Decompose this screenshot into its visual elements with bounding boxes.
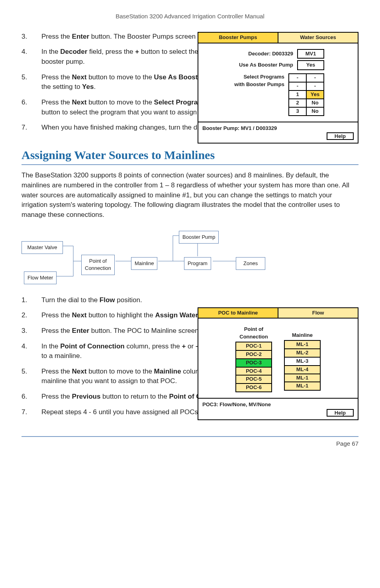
tab-water-sources: Water Sources bbox=[278, 33, 358, 43]
diagram-program: Program bbox=[184, 257, 211, 270]
help-button: Help bbox=[327, 132, 354, 140]
diagram-master-valve: Master Valve bbox=[22, 241, 63, 254]
poc-col1-title: Point ofConnection bbox=[235, 326, 272, 341]
topology-diagram: Master Valve Flow Meter Point ofConnecti… bbox=[22, 227, 358, 287]
section-divider bbox=[22, 164, 358, 165]
decoder-label: Decoder: D003329 bbox=[204, 50, 297, 58]
tab-poc-mainline: POC to Mainline bbox=[198, 308, 278, 318]
booster-pumps-screenshot: Booster Pumps Water Sources Decoder: D00… bbox=[198, 32, 358, 144]
tab-flow: Flow bbox=[278, 308, 358, 318]
use-as-booster-value: Yes bbox=[297, 60, 324, 70]
section-title: Assigning Water Sources to Mainlines bbox=[22, 146, 358, 164]
tab-booster-pumps: Booster Pumps bbox=[198, 33, 278, 43]
decoder-value: MV1 bbox=[297, 49, 324, 59]
mainline-table: ML-1 ML-2 ML-3 ML-4 ML-1 ML-1 bbox=[284, 340, 321, 391]
diagram-point-of-connection: Point ofConnection bbox=[81, 255, 115, 275]
poc-col2-title: Mainline bbox=[284, 332, 321, 339]
select-programs-label: Select Programswith Booster Pumps bbox=[204, 73, 288, 88]
page-number: Page 67 bbox=[22, 439, 358, 448]
poc-table: POC-1 POC-2 POC-3 POC-4 POC-5 POC-6 bbox=[235, 342, 272, 392]
page-header: BaseStation 3200 Advanced Irrigation Con… bbox=[22, 12, 358, 21]
booster-footer-label: Booster Pump: MV1 / D003329 bbox=[202, 125, 354, 132]
diagram-zones: Zones bbox=[236, 257, 265, 270]
poc-mainline-screenshot: POC to Mainline Flow Point ofConnection … bbox=[198, 307, 358, 420]
use-as-booster-label: Use As Booster Pump bbox=[204, 61, 297, 69]
poc-footer-label: POC3: Flow/None, MV/None bbox=[202, 401, 354, 409]
section-paragraph: The BaseStation 3200 supports 8 points o… bbox=[22, 171, 358, 220]
diagram-mainline: Mainline bbox=[131, 257, 157, 270]
booster-programs-table: -- -- 1Yes 2No 3No bbox=[288, 73, 324, 116]
help-button: Help bbox=[327, 409, 354, 417]
footer-divider bbox=[22, 436, 358, 437]
diagram-booster-pump: Booster Pump bbox=[179, 231, 219, 244]
diagram-flow-meter: Flow Meter bbox=[24, 271, 57, 285]
